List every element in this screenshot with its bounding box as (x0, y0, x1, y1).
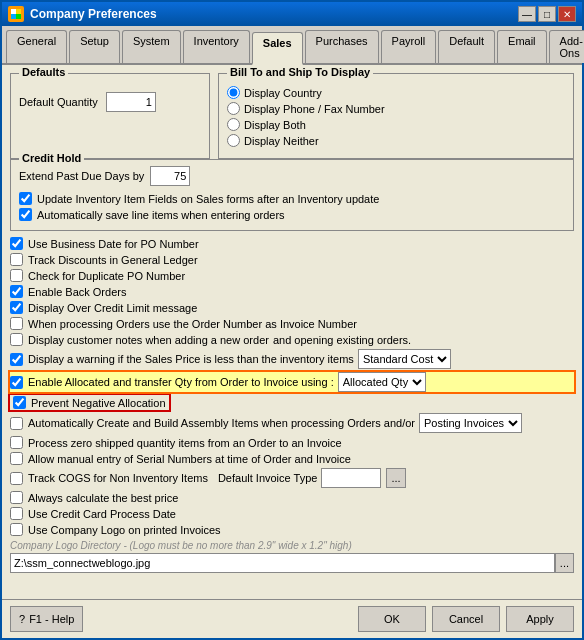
radio-display-neither[interactable]: Display Neither (227, 134, 565, 147)
tab-general[interactable]: General (6, 30, 67, 63)
help-label: F1 - Help (29, 613, 74, 625)
maximize-button[interactable]: □ (538, 6, 556, 22)
default-invoice-type-label: Default Invoice Type (218, 472, 317, 484)
cb-sales-price-warning-row: Display a warning if the Sales Price is … (10, 349, 574, 369)
bill-to-options: Display Country Display Phone / Fax Numb… (227, 86, 565, 147)
cb-over-credit[interactable]: Display Over Credit Limit message (10, 301, 574, 314)
default-quantity-input[interactable] (106, 92, 156, 112)
default-invoice-type-input[interactable] (321, 468, 381, 488)
default-quantity-row: Default Quantity (19, 92, 201, 112)
svg-rect-2 (11, 14, 16, 19)
allocated-qty-select[interactable]: Allocated Qty (338, 372, 426, 392)
tab-default[interactable]: Default (438, 30, 495, 63)
tab-sales[interactable]: Sales (252, 32, 303, 65)
cb-company-logo[interactable]: Use Company Logo on printed Invoices (10, 523, 574, 536)
radio-display-phone[interactable]: Display Phone / Fax Number (227, 102, 565, 115)
apply-button[interactable]: Apply (506, 606, 574, 632)
window-title: Company Preferences (30, 7, 518, 21)
cb-assembly-row: Automatically Create and Build Assembly … (10, 413, 574, 433)
cb-duplicate-po[interactable]: Check for Duplicate PO Number (10, 269, 574, 282)
cb-customer-notes-row: Display customer notes when adding a new… (10, 333, 574, 346)
tab-purchases[interactable]: Purchases (305, 30, 379, 63)
content-area: Defaults Default Quantity Bill To and Sh… (2, 65, 582, 599)
defaults-group: Defaults Default Quantity (10, 73, 210, 159)
default-quantity-label: Default Quantity (19, 96, 98, 108)
cb-serial-numbers[interactable]: Allow manual entry of Serial Numbers at … (10, 452, 574, 465)
checkboxes-section: Use Business Date for PO Number Track Di… (10, 237, 574, 573)
radio-display-country[interactable]: Display Country (227, 86, 565, 99)
minimize-button[interactable]: — (518, 6, 536, 22)
cb-prevent-negative[interactable]: Prevent Negative Allocation (10, 395, 169, 410)
top-section: Defaults Default Quantity Bill To and Sh… (10, 73, 574, 159)
update-inventory-checkbox[interactable]: Update Inventory Item Fields on Sales fo… (19, 192, 565, 205)
footer: ? F1 - Help OK Cancel Apply (2, 599, 582, 638)
credit-hold-group: Credit Hold Extend Past Due Days by Upda… (10, 159, 574, 231)
std-cost-select[interactable]: Standard Cost Allocated (358, 349, 451, 369)
svg-rect-3 (16, 14, 21, 19)
ok-button[interactable]: OK (358, 606, 426, 632)
cb-credit-card-date[interactable]: Use Credit Card Process Date (10, 507, 574, 520)
logo-section: Company Logo Directory - (Logo must be n… (10, 540, 574, 573)
posting-invoices-select[interactable]: Posting Invoices (419, 413, 522, 433)
svg-rect-0 (11, 9, 16, 14)
cb-customer-notes-suffix: and opening existing orders. (273, 334, 411, 346)
cb-business-date[interactable]: Use Business Date for PO Number (10, 237, 574, 250)
cb-zero-shipped[interactable]: Process zero shipped quantity items from… (10, 436, 574, 449)
title-bar: Company Preferences — □ ✕ (2, 2, 582, 26)
main-window: Company Preferences — □ ✕ General Setup … (0, 0, 584, 640)
cb-best-price[interactable]: Always calculate the best price (10, 491, 574, 504)
default-invoice-browse-btn[interactable]: ... (386, 468, 405, 488)
tab-setup[interactable]: Setup (69, 30, 120, 63)
cb-order-number[interactable]: When processing Orders use the Order Num… (10, 317, 574, 330)
cb-back-orders[interactable]: Enable Back Orders (10, 285, 574, 298)
defaults-group-label: Defaults (19, 66, 68, 78)
tab-addons[interactable]: Add-Ons (549, 30, 584, 63)
svg-rect-1 (16, 9, 21, 14)
radio-display-both[interactable]: Display Both (227, 118, 565, 131)
extend-label: Extend Past Due Days by (19, 170, 144, 182)
cancel-button[interactable]: Cancel (432, 606, 500, 632)
logo-browse-button[interactable]: ... (555, 553, 574, 573)
bill-to-label: Bill To and Ship To Display (227, 66, 373, 78)
credit-hold-label: Credit Hold (19, 152, 84, 164)
tab-system[interactable]: System (122, 30, 181, 63)
window-icon (8, 6, 24, 22)
logo-path-row: ... (10, 553, 574, 573)
autosave-lineitems-checkbox[interactable]: Automatically save line items when enter… (19, 208, 565, 221)
cb-track-discounts[interactable]: Track Discounts in General Ledger (10, 253, 574, 266)
window-controls: — □ ✕ (518, 6, 576, 22)
close-button[interactable]: ✕ (558, 6, 576, 22)
extend-days-input[interactable] (150, 166, 190, 186)
help-icon: ? (19, 613, 25, 625)
extend-row: Extend Past Due Days by (19, 166, 565, 186)
logo-note: Company Logo Directory - (Logo must be n… (10, 540, 574, 551)
help-button[interactable]: ? F1 - Help (10, 606, 83, 632)
cb-cogs-row: Track COGS for Non Inventory Items Defau… (10, 468, 574, 488)
bill-to-group: Bill To and Ship To Display Display Coun… (218, 73, 574, 159)
tab-inventory[interactable]: Inventory (183, 30, 250, 63)
logo-path-input[interactable] (10, 553, 555, 573)
tab-email[interactable]: Email (497, 30, 547, 63)
tab-bar: General Setup System Inventory Sales Pur… (2, 26, 582, 65)
tab-payroll[interactable]: Payroll (381, 30, 437, 63)
cb-enable-allocated-row: Enable Allocated and transfer Qty from O… (10, 372, 574, 392)
